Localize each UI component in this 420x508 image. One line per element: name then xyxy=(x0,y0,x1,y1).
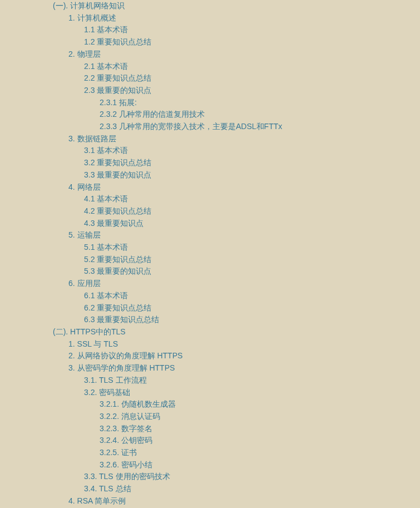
toc-item: 2. 物理层2.1 基本术语2.2 重要知识点总结2.3 最重要的知识点2.3.… xyxy=(68,48,420,133)
toc-sublist: 1. SSL 与 TLS2. 从网络协议的角度理解 HTTPS3. 从密码学的角… xyxy=(53,338,420,507)
toc-item: 5.2 重要知识点总结 xyxy=(84,254,420,266)
toc-item: 2.3.1 拓展: xyxy=(100,97,420,109)
toc-item: 3.2.2. 消息认证码 xyxy=(100,411,420,423)
toc-item: 3.1. TLS 工作流程 xyxy=(84,374,420,387)
toc-item: 3.1 基本术语 xyxy=(84,145,420,157)
toc-item: 2.1 基本术语 xyxy=(84,61,420,73)
toc-item: 5.3 最重要的知识点 xyxy=(84,265,420,278)
toc-link[interactable]: 1. SSL 与 TLS xyxy=(68,338,118,351)
toc-item: 3.2.5. 证书 xyxy=(100,447,420,459)
toc-item: 3.2.3. 数字签名 xyxy=(100,423,420,435)
toc-link[interactable]: 2.3.1 拓展: xyxy=(100,97,137,109)
toc-sublist: 2.1 基本术语2.2 重要知识点总结2.3 最重要的知识点2.3.1 拓展:2… xyxy=(68,61,420,133)
toc-link[interactable]: 4. RSA 简单示例 xyxy=(68,495,126,507)
toc-item: 2.3.2 几种常用的信道复用技术 xyxy=(100,108,420,121)
toc-item: 3. 从密码学的角度理解 HTTPS3.1. TLS 工作流程3.2. 密码基础… xyxy=(68,362,420,495)
toc-item: 3.3 最重要的知识点 xyxy=(84,169,420,181)
toc-link[interactable]: 3.2.1. 伪随机数生成器 xyxy=(100,398,176,411)
toc-link[interactable]: 3.1 基本术语 xyxy=(84,145,128,157)
toc-link[interactable]: 4.2 重要知识点总结 xyxy=(84,205,151,218)
toc-link[interactable]: 3.4. TLS 总结 xyxy=(84,483,131,495)
toc-sublist: 2.3.1 拓展:2.3.2 几种常用的信道复用技术2.3.3 几种常用的宽带接… xyxy=(84,97,420,133)
toc-root-list: (一). 计算机网络知识1. 计算机概述1.1 基本术语1.2 重要知识点总结2… xyxy=(0,0,420,507)
toc-link[interactable]: 2.3.2 几种常用的信道复用技术 xyxy=(100,108,205,121)
table-of-contents: (一). 计算机网络知识1. 计算机概述1.1 基本术语1.2 重要知识点总结2… xyxy=(0,0,420,507)
toc-item: 2.3.3 几种常用的宽带接入技术，主要是ADSL和FTTx xyxy=(100,121,420,133)
toc-item: 2.3 最重要的知识点2.3.1 拓展:2.3.2 几种常用的信道复用技术2.3… xyxy=(84,85,420,133)
toc-item: 3.4. TLS 总结 xyxy=(84,483,420,495)
toc-sublist: 3.1 基本术语3.2 重要知识点总结3.3 最重要的知识点 xyxy=(68,145,420,181)
toc-link[interactable]: 2.3 最重要的知识点 xyxy=(84,85,151,97)
toc-item: 5.1 基本术语 xyxy=(84,241,420,254)
toc-sublist: 3.1. TLS 工作流程3.2. 密码基础3.2.1. 伪随机数生成器3.2.… xyxy=(68,374,420,495)
toc-link[interactable]: 2. 物理层 xyxy=(68,48,101,61)
toc-link[interactable]: 2.1 基本术语 xyxy=(84,61,128,73)
toc-item: 3.3. TLS 使用的密码技术 xyxy=(84,471,420,483)
toc-item: 6.3 最重要知识点总结 xyxy=(84,314,420,326)
toc-item: (一). 计算机网络知识1. 计算机概述1.1 基本术语1.2 重要知识点总结2… xyxy=(53,0,420,326)
toc-link[interactable]: 1. 计算机概述 xyxy=(68,12,116,24)
toc-item: 3.2. 密码基础3.2.1. 伪随机数生成器3.2.2. 消息认证码3.2.3… xyxy=(84,387,420,471)
toc-sublist: 4.1 基本术语4.2 重要知识点总结4.3 最重要知识点 xyxy=(68,193,420,229)
toc-item: 3. 数据链路层3.1 基本术语3.2 重要知识点总结3.3 最重要的知识点 xyxy=(68,133,420,181)
toc-link[interactable]: 3. 数据链路层 xyxy=(68,133,116,145)
toc-item: 2.2 重要知识点总结 xyxy=(84,72,420,85)
toc-link[interactable]: 3.2.6. 密码小结 xyxy=(100,459,152,471)
toc-item: 2. 从网络协议的角度理解 HTTPS xyxy=(68,350,420,362)
toc-item: 1.2 重要知识点总结 xyxy=(84,36,420,48)
toc-link[interactable]: 1.2 重要知识点总结 xyxy=(84,36,151,48)
toc-link[interactable]: 1.1 基本术语 xyxy=(84,24,128,36)
toc-link[interactable]: 5.3 最重要的知识点 xyxy=(84,265,151,278)
toc-item: 6.1 基本术语 xyxy=(84,290,420,302)
toc-item: 4.3 最重要知识点 xyxy=(84,218,420,230)
toc-item: 1. SSL 与 TLS xyxy=(68,338,420,351)
toc-link[interactable]: (二). HTTPS中的TLS xyxy=(53,326,126,338)
toc-link[interactable]: 3.2. 密码基础 xyxy=(84,387,130,399)
toc-item: 4.2 重要知识点总结 xyxy=(84,205,420,218)
toc-link[interactable]: 2.2 重要知识点总结 xyxy=(84,72,151,85)
toc-item: 6.2 重要知识点总结 xyxy=(84,302,420,314)
toc-sublist: 1. 计算机概述1.1 基本术语1.2 重要知识点总结2. 物理层2.1 基本术… xyxy=(53,12,420,326)
toc-sublist: 3.2.1. 伪随机数生成器3.2.2. 消息认证码3.2.3. 数字签名3.2… xyxy=(84,398,420,471)
toc-link[interactable]: 3.2.3. 数字签名 xyxy=(100,423,152,435)
toc-item: 4. RSA 简单示例 xyxy=(68,495,420,507)
toc-link[interactable]: 6.1 基本术语 xyxy=(84,290,128,302)
toc-item: 3.2.1. 伪随机数生成器 xyxy=(100,398,420,411)
toc-link[interactable]: 5.1 基本术语 xyxy=(84,241,128,254)
toc-item: 4. 网络层4.1 基本术语4.2 重要知识点总结4.3 最重要知识点 xyxy=(68,181,420,230)
toc-link[interactable]: 4. 网络层 xyxy=(68,181,101,194)
toc-link[interactable]: 6.3 最重要知识点总结 xyxy=(84,314,159,326)
toc-link[interactable]: 3.2.5. 证书 xyxy=(100,447,137,459)
toc-link[interactable]: 4.3 最重要知识点 xyxy=(84,218,144,230)
toc-link[interactable]: 6. 应用层 xyxy=(68,278,101,290)
toc-link[interactable]: 3.3 最重要的知识点 xyxy=(84,169,151,181)
toc-link[interactable]: 5.2 重要知识点总结 xyxy=(84,254,151,266)
toc-link[interactable]: 2.3.3 几种常用的宽带接入技术，主要是ADSL和FTTx xyxy=(100,121,282,133)
toc-link[interactable]: 3.2.2. 消息认证码 xyxy=(100,411,160,423)
toc-link[interactable]: 2. 从网络协议的角度理解 HTTPS xyxy=(68,350,182,362)
toc-link[interactable]: 5. 运输层 xyxy=(68,229,101,241)
toc-item: 4.1 基本术语 xyxy=(84,193,420,205)
toc-sublist: 1.1 基本术语1.2 重要知识点总结 xyxy=(68,24,420,48)
toc-link[interactable]: 3. 从密码学的角度理解 HTTPS xyxy=(68,362,175,374)
toc-sublist: 5.1 基本术语5.2 重要知识点总结5.3 最重要的知识点 xyxy=(68,241,420,278)
toc-link[interactable]: 4.1 基本术语 xyxy=(84,193,128,205)
toc-item: 3.2.6. 密码小结 xyxy=(100,459,420,471)
toc-link[interactable]: 3.1. TLS 工作流程 xyxy=(84,374,147,387)
toc-link[interactable]: 3.2.4. 公钥密码 xyxy=(100,435,152,447)
toc-item: 3.2 重要知识点总结 xyxy=(84,157,420,169)
toc-item: 3.2.4. 公钥密码 xyxy=(100,435,420,447)
toc-item: 1.1 基本术语 xyxy=(84,24,420,36)
toc-item: (二). HTTPS中的TLS1. SSL 与 TLS2. 从网络协议的角度理解… xyxy=(53,326,420,507)
toc-link[interactable]: 3.3. TLS 使用的密码技术 xyxy=(84,471,170,483)
toc-sublist: 6.1 基本术语6.2 重要知识点总结6.3 最重要知识点总结 xyxy=(68,290,420,326)
toc-item: 6. 应用层6.1 基本术语6.2 重要知识点总结6.3 最重要知识点总结 xyxy=(68,278,420,326)
toc-link[interactable]: 3.2 重要知识点总结 xyxy=(84,157,151,169)
toc-item: 5. 运输层5.1 基本术语5.2 重要知识点总结5.3 最重要的知识点 xyxy=(68,229,420,278)
toc-item: 1. 计算机概述1.1 基本术语1.2 重要知识点总结 xyxy=(68,12,420,48)
toc-link[interactable]: (一). 计算机网络知识 xyxy=(53,0,125,12)
toc-link[interactable]: 6.2 重要知识点总结 xyxy=(84,302,151,314)
